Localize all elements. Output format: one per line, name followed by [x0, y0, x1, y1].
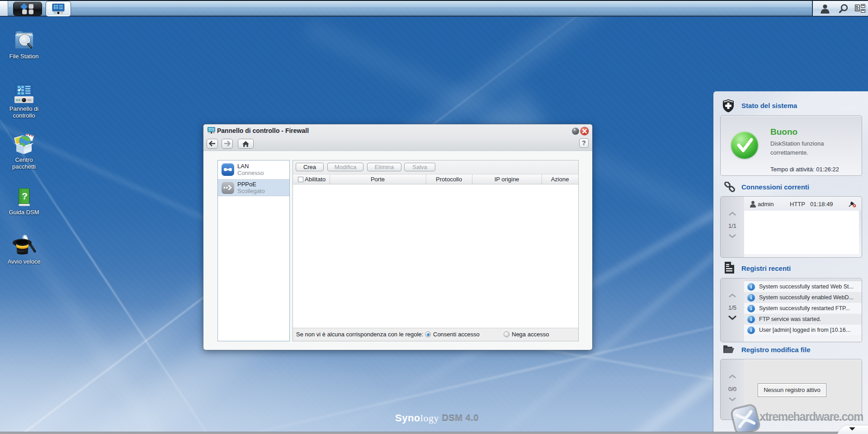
svg-text:?: ? — [22, 191, 28, 201]
